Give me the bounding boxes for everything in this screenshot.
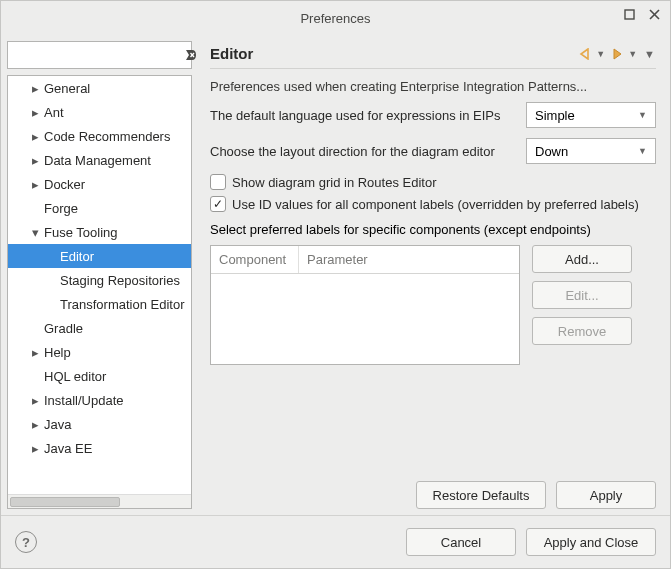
close-icon[interactable] bbox=[649, 9, 660, 20]
tree-item[interactable]: ▸General bbox=[8, 76, 191, 100]
dialog-footer: ? Cancel Apply and Close bbox=[1, 515, 670, 568]
id-checkbox[interactable] bbox=[210, 196, 226, 212]
layout-row: Choose the layout direction for the diag… bbox=[210, 138, 656, 164]
tree-item[interactable]: Gradle bbox=[8, 316, 191, 340]
page-description: Preferences used when creating Enterpris… bbox=[210, 79, 656, 94]
edit-button: Edit... bbox=[532, 281, 632, 309]
tree-item-label: Ant bbox=[42, 105, 64, 120]
tree-item-label: Transformation Editor bbox=[58, 297, 185, 312]
tree-item-label: General bbox=[42, 81, 90, 96]
sidebar: ▸General▸Ant▸Code Recommenders▸Data Mana… bbox=[1, 35, 196, 515]
dialog-body: ▸General▸Ant▸Code Recommenders▸Data Mana… bbox=[1, 35, 670, 515]
search-field-wrap[interactable] bbox=[7, 41, 192, 69]
back-button[interactable]: ▼ bbox=[578, 48, 606, 60]
tree-item-label: HQL editor bbox=[42, 369, 106, 384]
expand-icon[interactable]: ▸ bbox=[28, 153, 42, 168]
help-icon[interactable]: ? bbox=[15, 531, 37, 553]
tree-item-label: Install/Update bbox=[42, 393, 124, 408]
tree-item[interactable]: Editor bbox=[8, 244, 191, 268]
tree-item[interactable]: Staging Repositories bbox=[8, 268, 191, 292]
collapse-icon[interactable]: ▾ bbox=[28, 225, 42, 240]
col-parameter[interactable]: Parameter bbox=[299, 246, 376, 273]
editor-preference-page: Editor ▼ ▼ ▼ Preferences used when creat… bbox=[196, 35, 670, 515]
apply-button[interactable]: Apply bbox=[556, 481, 656, 509]
tree-item[interactable]: ▸Java bbox=[8, 412, 191, 436]
tree-item[interactable]: Forge bbox=[8, 196, 191, 220]
tree-item-label: Data Management bbox=[42, 153, 151, 168]
table-buttons: Add... Edit... Remove bbox=[532, 245, 632, 365]
window-title: Preferences bbox=[300, 11, 370, 26]
col-component[interactable]: Component bbox=[211, 246, 299, 273]
add-button[interactable]: Add... bbox=[532, 245, 632, 273]
page-nav: ▼ ▼ ▼ bbox=[578, 48, 656, 60]
tree-item-label: Forge bbox=[42, 201, 78, 216]
scrollbar-thumb[interactable] bbox=[10, 497, 120, 507]
chevron-down-icon: ▼ bbox=[638, 110, 647, 120]
svg-rect-0 bbox=[625, 10, 634, 19]
language-row: The default language used for expression… bbox=[210, 102, 656, 128]
search-input[interactable] bbox=[12, 44, 184, 66]
tree-item-label: Code Recommenders bbox=[42, 129, 170, 144]
id-check-row[interactable]: Use ID values for all component labels (… bbox=[210, 196, 656, 212]
component-label-section: Component Parameter Add... Edit... Remov… bbox=[210, 245, 656, 365]
tree-item-label: Editor bbox=[58, 249, 94, 264]
grid-check-row[interactable]: Show diagram grid in Routes Editor bbox=[210, 174, 656, 190]
grid-label: Show diagram grid in Routes Editor bbox=[232, 175, 437, 190]
forward-button[interactable]: ▼ bbox=[610, 48, 638, 60]
tree-item[interactable]: ▸Docker bbox=[8, 172, 191, 196]
tree-horizontal-scrollbar[interactable] bbox=[8, 494, 191, 508]
layout-value: Down bbox=[535, 144, 568, 159]
maximize-icon[interactable] bbox=[624, 9, 635, 20]
tree-item-label: Java bbox=[42, 417, 71, 432]
tree-item[interactable]: ▸Data Management bbox=[8, 148, 191, 172]
tree-item[interactable]: ▸Help bbox=[8, 340, 191, 364]
grid-checkbox[interactable] bbox=[210, 174, 226, 190]
expand-icon[interactable]: ▸ bbox=[28, 81, 42, 96]
language-label: The default language used for expression… bbox=[210, 108, 516, 123]
chevron-down-icon: ▼ bbox=[638, 146, 647, 156]
preference-tree[interactable]: ▸General▸Ant▸Code Recommenders▸Data Mana… bbox=[7, 75, 192, 509]
preferences-window: Preferences ▸General▸Ant▸Code Recommende… bbox=[0, 0, 671, 569]
tree-item-label: Fuse Tooling bbox=[42, 225, 117, 240]
expand-icon[interactable]: ▸ bbox=[28, 177, 42, 192]
tree-item[interactable]: ▾Fuse Tooling bbox=[8, 220, 191, 244]
expand-icon[interactable]: ▸ bbox=[28, 393, 42, 408]
language-value: Simple bbox=[535, 108, 575, 123]
tree-item-label: Docker bbox=[42, 177, 85, 192]
expand-icon[interactable]: ▸ bbox=[28, 441, 42, 456]
expand-icon[interactable]: ▸ bbox=[28, 105, 42, 120]
expand-icon[interactable]: ▸ bbox=[28, 129, 42, 144]
tree-item[interactable]: ▸Java EE bbox=[8, 436, 191, 460]
tree-item-label: Gradle bbox=[42, 321, 83, 336]
tree-item-label: Java EE bbox=[42, 441, 92, 456]
titlebar: Preferences bbox=[1, 1, 670, 35]
tree-item-label: Help bbox=[42, 345, 71, 360]
expand-icon[interactable]: ▸ bbox=[28, 417, 42, 432]
remove-button: Remove bbox=[532, 317, 632, 345]
component-table[interactable]: Component Parameter bbox=[210, 245, 520, 365]
tree-item-label: Staging Repositories bbox=[58, 273, 180, 288]
layout-select[interactable]: Down ▼ bbox=[526, 138, 656, 164]
tree-item[interactable]: ▸Code Recommenders bbox=[8, 124, 191, 148]
window-controls bbox=[624, 9, 660, 20]
id-label: Use ID values for all component labels (… bbox=[232, 197, 639, 212]
page-footer: Restore Defaults Apply bbox=[210, 465, 656, 509]
page-menu-button[interactable]: ▼ bbox=[642, 48, 656, 60]
expand-icon[interactable]: ▸ bbox=[28, 345, 42, 360]
cancel-button[interactable]: Cancel bbox=[406, 528, 516, 556]
restore-defaults-button[interactable]: Restore Defaults bbox=[416, 481, 546, 509]
tree-item[interactable]: HQL editor bbox=[8, 364, 191, 388]
page-title: Editor bbox=[210, 45, 253, 62]
tree-item[interactable]: Transformation Editor bbox=[8, 292, 191, 316]
tree-item[interactable]: ▸Install/Update bbox=[8, 388, 191, 412]
tree-item[interactable]: ▸Ant bbox=[8, 100, 191, 124]
page-header: Editor ▼ ▼ ▼ bbox=[210, 45, 656, 69]
language-select[interactable]: Simple ▼ bbox=[526, 102, 656, 128]
layout-label: Choose the layout direction for the diag… bbox=[210, 144, 516, 159]
table-intro: Select preferred labels for specific com… bbox=[210, 222, 656, 237]
apply-and-close-button[interactable]: Apply and Close bbox=[526, 528, 656, 556]
